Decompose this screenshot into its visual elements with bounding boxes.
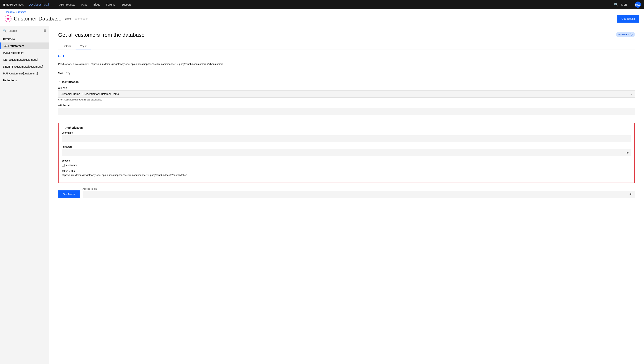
- page-title: Customer Database: [14, 16, 62, 22]
- method-row: GET: [58, 54, 635, 58]
- access-token-label: Access Token: [83, 188, 635, 190]
- sidebar-search: 🔍 ☰: [0, 29, 49, 32]
- try-it-section: GET Production, Development: https://api…: [58, 54, 635, 198]
- http-method: GET: [58, 54, 64, 58]
- access-token-row: Get Token Access Token 👁: [58, 188, 635, 198]
- brand: IBM API Connect | Developer Portal: [3, 3, 49, 6]
- username-input[interactable]: [62, 135, 631, 142]
- nav-right: 🔍 MLE ⌄ MLE: [614, 2, 641, 8]
- authorization-section: ⌃ Authorization Username Password 👁: [58, 123, 635, 183]
- access-token-input-wrapper: 👁: [83, 191, 635, 198]
- search-input[interactable]: [8, 29, 42, 32]
- info-icon[interactable]: ⓘ: [630, 33, 632, 36]
- nav-support[interactable]: Support: [118, 0, 134, 9]
- breadcrumb: Products / Customer: [4, 11, 640, 14]
- endpoint-tag-label: customers: [618, 33, 629, 36]
- sidebar-search-icon: 🔍: [3, 29, 7, 32]
- endpoint-header: Get all customers from the database cust…: [58, 32, 635, 38]
- authorization-title: Authorization: [66, 126, 83, 129]
- authorization-header[interactable]: ⌃ Authorization: [62, 126, 631, 129]
- url-label: Production, Development:: [58, 62, 89, 66]
- identification-header[interactable]: ⌃ Identification: [58, 80, 635, 84]
- user-name: MLE: [621, 3, 627, 6]
- access-token-field-wrapper: Access Token 👁: [83, 188, 635, 198]
- tab-try-it[interactable]: Try it: [76, 43, 91, 50]
- scope-checkbox-customer[interactable]: [62, 164, 65, 167]
- scopes-label: Scopes: [62, 160, 631, 162]
- page-title-left: Customer Database 2.0.0 ★★★★★: [4, 15, 88, 22]
- tab-details[interactable]: Details: [58, 43, 76, 50]
- sidebar-item-definitions[interactable]: Definitions: [0, 77, 49, 84]
- page-title-row: Customer Database 2.0.0 ★★★★★ Get access: [4, 15, 640, 26]
- top-navigation: IBM API Connect | Developer Portal API P…: [0, 0, 644, 9]
- filter-icon[interactable]: ☰: [44, 29, 46, 32]
- identification-title: Identification: [62, 80, 79, 84]
- endpoint-title: Get all customers from the database: [58, 32, 144, 38]
- api-secret-input[interactable]: [58, 108, 635, 115]
- developer-portal-link[interactable]: Developer Portal: [29, 3, 48, 6]
- nav-apps[interactable]: Apps: [78, 0, 90, 9]
- sidebar-item-get-customers-id[interactable]: GET /customers/{customerId}: [0, 56, 49, 63]
- username-label: Username: [62, 132, 631, 134]
- api-key-label: API Key: [58, 86, 635, 89]
- password-input-wrapper: 👁: [62, 149, 631, 156]
- url-row: Production, Development: https://apim-de…: [58, 62, 635, 66]
- sidebar-item-post-customers[interactable]: POST /customers: [0, 50, 49, 56]
- nav-forums[interactable]: Forums: [103, 0, 118, 9]
- identification-section: ⌃ Identification API Key Customer Demo -…: [58, 80, 635, 118]
- svg-point-1: [7, 18, 9, 20]
- url-value: https://apim-demo-gw-gateway-cp4i-apic.a…: [91, 62, 224, 66]
- get-access-button[interactable]: Get access: [617, 15, 640, 22]
- password-label: Password: [62, 146, 631, 148]
- password-toggle-icon[interactable]: 👁: [626, 151, 629, 155]
- api-icon: [4, 15, 12, 22]
- access-token-input[interactable]: [83, 191, 635, 198]
- scope-label-customer[interactable]: customer: [66, 164, 77, 167]
- access-token-toggle-icon[interactable]: 👁: [630, 193, 632, 196]
- content-area: Get all customers from the database cust…: [49, 26, 644, 364]
- token-urls-label: Token URLs: [62, 170, 631, 172]
- version-badge: 2.0.0: [65, 18, 71, 20]
- star-rating[interactable]: ★★★★★: [74, 17, 88, 21]
- password-group: Password 👁: [62, 146, 631, 156]
- api-secret-group: API Secret: [58, 104, 635, 115]
- sidebar: 🔍 ☰ Overview GET /customers POST /custom…: [0, 26, 49, 364]
- avatar[interactable]: MLE: [635, 2, 641, 8]
- breadcrumb-separator: /: [14, 11, 15, 14]
- get-token-button[interactable]: Get Token: [58, 190, 80, 198]
- search-icon[interactable]: 🔍: [614, 2, 618, 7]
- tabs: Details Try it: [58, 43, 635, 50]
- api-key-hint: Only subscribed credentials are selectab…: [58, 98, 635, 101]
- brand-name: IBM API Connect: [3, 3, 24, 6]
- sidebar-item-delete-customers-id[interactable]: DELETE /customers/{customerId}: [0, 63, 49, 70]
- token-url-value: https://apim-demo-gw-gateway-cp4i-apic.a…: [62, 174, 631, 176]
- sidebar-item-put-customers-id[interactable]: PUT /customers/{customerId}: [0, 70, 49, 77]
- authorization-chevron: ⌃: [62, 126, 64, 129]
- page-header: Products / Customer Customer Database 2.…: [0, 9, 644, 26]
- endpoint-tag: customers ⓘ: [616, 32, 635, 37]
- user-dropdown-arrow[interactable]: ⌄: [630, 3, 632, 6]
- nav-api-products[interactable]: API Products: [56, 0, 78, 9]
- sidebar-item-overview[interactable]: Overview: [0, 36, 49, 42]
- main-layout: 🔍 ☰ Overview GET /customers POST /custom…: [0, 26, 644, 364]
- scopes-group: Scopes customer: [62, 160, 631, 167]
- nav-blogs[interactable]: Blogs: [90, 0, 103, 9]
- api-key-select[interactable]: Customer Demo - Credential for Customer …: [58, 90, 635, 98]
- main-nav: API Products Apps Blogs Forums Support: [56, 0, 134, 9]
- password-input[interactable]: [62, 149, 631, 156]
- page-wrapper: Products / Customer Customer Database 2.…: [0, 9, 644, 364]
- token-urls-section: Token URLs https://apim-demo-gw-gateway-…: [62, 170, 631, 176]
- api-key-group: API Key Customer Demo - Credential for C…: [58, 86, 635, 101]
- username-group: Username: [62, 132, 631, 142]
- scope-item-customer: customer: [62, 164, 631, 167]
- breadcrumb-products[interactable]: Products: [4, 11, 14, 14]
- api-secret-label: API Secret: [58, 104, 635, 107]
- identification-chevron: ⌃: [58, 80, 60, 84]
- brand-separator: |: [26, 3, 26, 6]
- breadcrumb-current[interactable]: Customer: [16, 11, 26, 14]
- sidebar-item-get-customers[interactable]: GET /customers: [0, 42, 49, 50]
- security-label: Security: [58, 72, 635, 75]
- api-key-select-wrapper: Customer Demo - Credential for Customer …: [58, 90, 635, 98]
